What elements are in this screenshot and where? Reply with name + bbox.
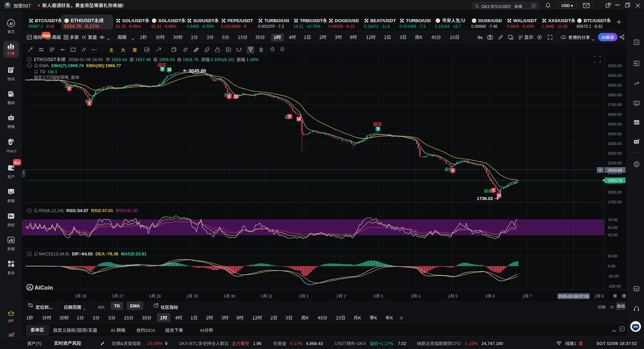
svg-text:50.00: 50.00 [608,254,618,258]
svg-text:2700.00: 2700.00 [608,103,622,107]
svg-text:3045.00: 3045.00 [189,68,206,73]
svg-text:13: 13 [234,95,238,98]
svg-text:-100.00: -100.00 [608,284,621,288]
svg-text:2500.00: 2500.00 [608,122,622,126]
svg-text:2: 2 [492,188,494,192]
svg-text:2600.00: 2600.00 [608,112,622,116]
svg-text:ETF: ETF [634,121,639,124]
svg-text:1924.76: 1924.76 [608,179,622,183]
svg-text:1736.02: 1736.02 [477,196,493,201]
svg-text:3000.00: 3000.00 [608,73,622,78]
svg-text:2800.00: 2800.00 [608,93,622,97]
svg-text:13: 13 [167,68,171,71]
svg-text:28: 28 [156,294,161,299]
svg-text:9: 9 [377,127,379,131]
svg-text:30: 30 [231,294,235,299]
svg-text:50.00: 50.00 [608,226,618,230]
svg-text:3: 3 [381,294,383,299]
svg-text:30.00: 30.00 [608,233,618,237]
svg-text:6: 6 [493,294,495,299]
svg-text:1800.00: 1800.00 [608,190,622,194]
svg-text:9: 9 [601,294,604,299]
svg-text:ai: ai [9,21,13,26]
svg-text:2900.00: 2900.00 [608,83,622,87]
svg-text:9: 9 [161,67,163,71]
svg-text:2: 2 [344,294,346,299]
svg-text:2: 2 [452,168,454,172]
svg-text:2: 2 [89,101,91,105]
svg-text:7: 7 [530,294,532,299]
svg-text:29: 29 [194,294,198,299]
svg-text:1: 1 [307,294,309,299]
svg-text:2: 2 [228,94,230,98]
svg-text:13: 13 [497,194,501,197]
svg-text:AiCoin: AiCoin [35,285,53,291]
svg-text:70.00: 70.00 [608,218,618,222]
svg-text:2300.00: 2300.00 [608,142,622,146]
svg-text:3100.00: 3100.00 [608,64,622,68]
svg-text:2200.00: 2200.00 [608,151,622,155]
svg-text:2400.00: 2400.00 [608,132,622,136]
svg-text:13: 13 [297,117,301,121]
svg-text:4: 4 [418,294,421,299]
svg-text:2026-02-08 07:00: 2026-02-08 07:00 [558,294,589,298]
svg-text:0.00: 0.00 [608,264,615,268]
svg-text:2033.65: 2033.65 [608,168,622,172]
svg-text:31: 31 [268,294,273,299]
svg-text:5: 5 [455,294,458,299]
svg-text:2: 2 [68,86,70,90]
svg-text:2: 2 [288,114,290,118]
svg-text:27: 27 [119,294,124,299]
svg-text:1700.00: 1700.00 [608,200,622,204]
svg-text:-50.00: -50.00 [608,274,619,278]
svg-text:26: 26 [82,294,87,299]
svg-text:2100.00: 2100.00 [608,161,622,165]
